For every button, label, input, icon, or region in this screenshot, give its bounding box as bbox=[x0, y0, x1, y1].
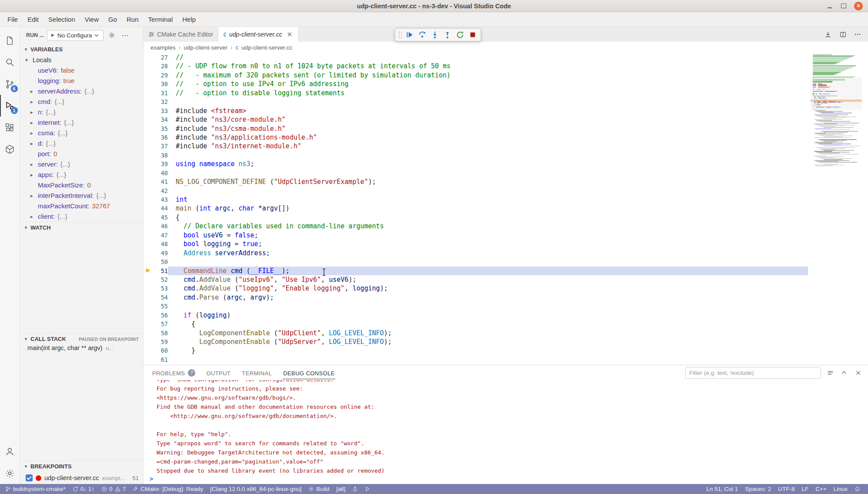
variable-row[interactable]: ▸n:{...} bbox=[20, 107, 143, 117]
code-text[interactable]: } bbox=[168, 346, 808, 355]
glyph-margin[interactable] bbox=[144, 97, 153, 106]
code-text[interactable]: // - maximum of 320 packets sent (or lim… bbox=[168, 71, 808, 80]
glyph-margin[interactable] bbox=[144, 71, 153, 80]
variable-row[interactable]: maxPacketCount:32767 bbox=[20, 201, 143, 211]
code-text[interactable]: cmd.AddValue ("useIpv6", "Use Ipv6", use… bbox=[168, 275, 808, 284]
status-encoding[interactable]: UTF-8 bbox=[775, 484, 798, 494]
glyph-margin[interactable] bbox=[144, 115, 153, 124]
glyph-margin[interactable] bbox=[144, 222, 153, 230]
variable-row[interactable]: ▸internet:{...} bbox=[20, 117, 143, 128]
activity-item-extensions[interactable] bbox=[0, 117, 20, 138]
glyph-margin[interactable] bbox=[144, 62, 153, 70]
status-kit[interactable]: [Clang 12.0.0 x86_64-pc-linux-gnu] bbox=[207, 484, 305, 494]
code-text[interactable]: Address serverAddress; bbox=[168, 249, 808, 257]
menu-item-edit[interactable]: Edit bbox=[23, 14, 43, 25]
breakpoint-checkbox[interactable] bbox=[26, 474, 33, 481]
status-os[interactable]: Linux bbox=[830, 484, 851, 494]
status-cmake-status[interactable]: CMake: [Debug]: Ready bbox=[129, 484, 207, 494]
call-stack-section-header[interactable]: ▾ CALL STACK PAUSED ON BREAKPOINT bbox=[20, 333, 143, 344]
close-icon[interactable] bbox=[286, 30, 294, 38]
code-text[interactable]: #include "ns3/csma-module.h" bbox=[168, 124, 808, 133]
variable-row[interactable]: port:0 bbox=[20, 149, 143, 159]
activity-item-run-debug[interactable]: 1 bbox=[0, 95, 20, 117]
status-cursor-position[interactable]: Ln 51, Col 1 bbox=[703, 484, 741, 494]
code-text[interactable]: #include "ns3/internet-module.h" bbox=[168, 142, 808, 150]
glyph-margin[interactable] bbox=[144, 195, 153, 204]
status-build[interactable]: Build bbox=[305, 484, 333, 494]
code-text[interactable]: // Declare variables used in command-lin… bbox=[168, 222, 808, 230]
activity-item-package[interactable] bbox=[0, 138, 20, 160]
panel-tab-terminal[interactable]: TERMINAL bbox=[241, 365, 272, 380]
glyph-margin[interactable] bbox=[144, 249, 153, 257]
variable-row[interactable]: ▸serverAddress:{...} bbox=[20, 86, 143, 97]
code-text[interactable]: cmd.AddValue ("logging", "Enable logging… bbox=[168, 284, 808, 293]
code-text[interactable]: CommandLine cmd (__FILE__); bbox=[168, 267, 808, 275]
glyph-margin[interactable] bbox=[144, 204, 153, 213]
close-button[interactable] bbox=[854, 2, 863, 10]
status-ctest[interactable] bbox=[349, 484, 361, 494]
status-build-target[interactable]: [all] bbox=[333, 484, 349, 494]
run-more-button[interactable]: ⋯ bbox=[120, 30, 130, 40]
code-text[interactable]: { bbox=[168, 213, 808, 222]
activity-item-explorer[interactable] bbox=[0, 30, 20, 51]
close-panel-icon[interactable] bbox=[853, 368, 863, 377]
debug-step-over-button[interactable] bbox=[416, 29, 428, 40]
activity-item-settings[interactable] bbox=[0, 462, 20, 484]
code-text[interactable] bbox=[168, 187, 808, 195]
glyph-margin[interactable] bbox=[144, 302, 153, 310]
glyph-margin[interactable] bbox=[144, 142, 153, 150]
variable-row[interactable]: ▸server:{...} bbox=[20, 159, 143, 170]
menu-item-selection[interactable]: Selection bbox=[43, 14, 80, 25]
status-language[interactable]: C++ bbox=[812, 484, 830, 494]
code-text[interactable]: LogComponentEnable ("UdpClient", LOG_LEV… bbox=[168, 329, 808, 337]
glyph-margin[interactable] bbox=[144, 257, 153, 266]
debug-continue-button[interactable] bbox=[404, 29, 415, 40]
menu-item-terminal[interactable]: Terminal bbox=[144, 14, 178, 25]
drag-handle-icon[interactable] bbox=[397, 30, 403, 40]
menu-item-file[interactable]: File bbox=[3, 14, 23, 25]
console-menu-icon[interactable] bbox=[825, 368, 835, 377]
code-text[interactable]: #include <fstream> bbox=[168, 107, 808, 115]
debug-step-out-button[interactable] bbox=[441, 29, 453, 40]
glyph-margin[interactable] bbox=[144, 231, 153, 240]
glyph-margin[interactable] bbox=[144, 311, 153, 320]
code-text[interactable]: // - UDP flow from n0 to n1 of 1024 byte… bbox=[168, 62, 808, 70]
glyph-margin[interactable] bbox=[144, 53, 153, 62]
code-text[interactable]: #include "ns3/applications-module.h" bbox=[168, 133, 808, 142]
code-text[interactable]: // - option to use IPv4 or IPv6 addressi… bbox=[168, 80, 808, 88]
variable-row[interactable]: MaxPacketSize:0 bbox=[20, 180, 143, 190]
debug-console[interactable]: Type "show configuration" for configurat… bbox=[144, 380, 868, 484]
code-text[interactable]: int bbox=[168, 195, 808, 204]
code-text[interactable] bbox=[168, 169, 808, 177]
glyph-margin[interactable] bbox=[144, 124, 153, 133]
breadcrumb-item-udp-client-server[interactable]: udp-client-server bbox=[184, 44, 227, 51]
glyph-margin[interactable] bbox=[144, 169, 153, 177]
debug-stop-button[interactable] bbox=[467, 29, 478, 40]
breadcrumb-item-udp-client-server-cc[interactable]: udp-client-server.cc bbox=[241, 44, 292, 51]
console-input[interactable]: > bbox=[150, 475, 868, 482]
variable-row[interactable]: logging:true bbox=[20, 76, 143, 86]
breakpoint-row[interactable]: udp-client-server.cc exampl... 51 bbox=[20, 472, 143, 484]
variables-section-header[interactable]: ▾ VARIABLES bbox=[20, 43, 143, 55]
code-editor[interactable]: 27//28// - UDP flow from n0 to n1 of 102… bbox=[144, 53, 868, 365]
debug-step-into-button[interactable] bbox=[429, 29, 441, 40]
glyph-margin[interactable] bbox=[144, 320, 153, 328]
activity-item-source-control[interactable]: 6 bbox=[0, 73, 20, 95]
glyph-margin[interactable] bbox=[144, 89, 153, 97]
status-sync[interactable]: 0↓ 1↑ bbox=[69, 484, 98, 494]
status-indentation[interactable]: Spaces: 2 bbox=[741, 484, 775, 494]
panel-tab-output[interactable]: OUTPUT bbox=[206, 365, 231, 380]
menu-item-help[interactable]: Help bbox=[177, 14, 200, 25]
code-text[interactable]: main (int argc, char *argv[]) bbox=[168, 204, 808, 213]
glyph-margin[interactable] bbox=[144, 187, 153, 195]
more-actions-icon[interactable] bbox=[852, 29, 863, 40]
code-text[interactable]: bool useV6 = false; bbox=[168, 231, 808, 240]
minimap[interactable] bbox=[811, 53, 862, 184]
variable-row[interactable]: useV6:false bbox=[20, 65, 143, 76]
code-text[interactable]: cmd.Parse (argc, argv); bbox=[168, 293, 808, 302]
split-editor-icon[interactable] bbox=[838, 29, 848, 40]
activity-item-account[interactable] bbox=[0, 441, 20, 462]
debug-config-dropdown[interactable]: No Configura bbox=[47, 30, 103, 41]
status-notifications[interactable] bbox=[851, 484, 864, 494]
menu-item-run[interactable]: Run bbox=[122, 14, 144, 25]
